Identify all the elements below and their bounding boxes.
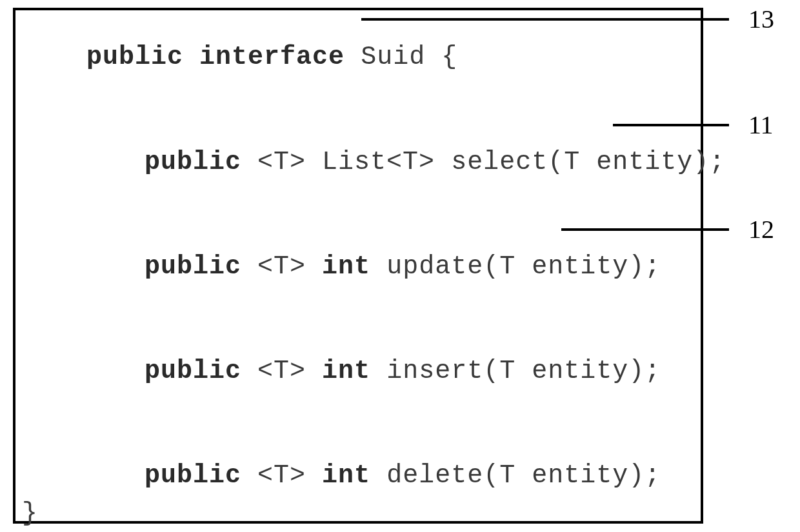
keyword-public: public [145,252,241,281]
generic-param: <T> [257,148,306,177]
method-delete: public <T> int delete(T entity); [80,432,661,519]
callout-label-11: 11 [748,110,774,140]
close-brace: } [22,499,38,528]
callout-line-12 [561,228,729,231]
return-type: List<T> [322,148,435,177]
method-select: public <T> List<T> select(T entity); [80,119,725,206]
keyword-interface: interface [199,43,345,72]
keyword-int: int [322,252,370,281]
method-signature: update(T entity); [386,252,661,281]
interface-declaration: public interface Suid { [22,14,457,101]
callout-line-13 [361,18,729,21]
keyword-int: int [322,461,370,490]
method-insert: public <T> int insert(T entity); [80,328,661,415]
generic-param: <T> [257,461,306,490]
callout-line-11 [613,124,729,126]
method-signature: delete(T entity); [386,461,661,490]
keyword-int: int [322,357,370,386]
keyword-public: public [145,148,241,177]
callout-label-13: 13 [748,4,774,34]
keyword-public: public [145,357,241,386]
keyword-public: public [86,43,183,72]
generic-param: <T> [257,357,306,386]
code-box: public interface Suid { public <T> List<… [13,8,703,524]
callout-label-12: 12 [748,214,774,244]
generic-param: <T> [257,252,306,281]
keyword-public: public [145,461,241,490]
method-update: public <T> int update(T entity); [80,223,661,310]
method-signature: insert(T entity); [386,357,661,386]
interface-name: Suid [361,43,425,72]
open-brace: { [441,43,457,72]
method-signature: select(T entity); [451,148,725,177]
